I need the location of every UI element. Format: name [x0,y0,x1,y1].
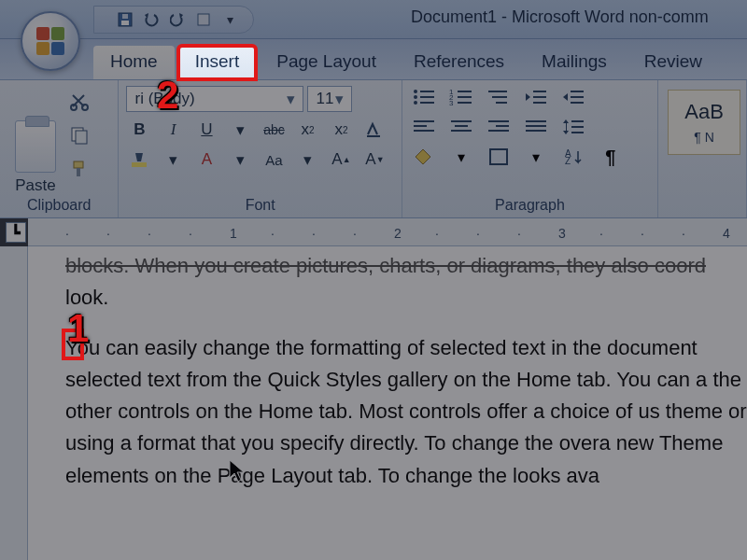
shading-dropdown-icon[interactable]: ▾ [447,146,475,168]
office-button[interactable] [21,11,86,77]
horizontal-ruler[interactable]: ····1···2···3···4 [28,218,747,246]
document-page[interactable]: blocks. When you create pictures, charts… [28,246,747,560]
align-right-icon[interactable] [485,116,513,138]
superscript-button[interactable]: x2 [328,118,354,142]
copy-icon[interactable] [69,125,92,146]
quick-access-toolbar: ▾ [93,6,254,34]
numbering-icon[interactable]: 123 [447,86,475,108]
svg-rect-34 [414,125,427,127]
align-left-icon[interactable] [410,116,438,138]
svg-point-16 [414,101,417,105]
ruler-tick: · [599,224,603,241]
align-center-icon[interactable] [447,116,475,138]
font-name-combo[interactable]: ri (Body) ▾ [126,86,303,112]
group-font: ri (Body) ▾ 11 ▾ B I U ▾ abc x2 x2 [119,80,402,217]
sort-icon[interactable]: AZ [559,146,587,168]
style-normal[interactable]: AaB ¶ N [668,90,740,155]
svg-rect-44 [526,130,546,132]
svg-rect-39 [488,120,509,122]
svg-rect-45 [566,123,567,131]
svg-rect-31 [571,96,584,98]
svg-rect-43 [526,125,546,127]
format-painter-icon[interactable] [69,159,92,179]
ribbon-tabs: Home Insert Page Layout References Maili… [0,39,747,80]
svg-rect-21 [458,96,472,98]
shrink-font-button[interactable]: A▼ [361,147,388,172]
subscript-button[interactable]: x2 [294,118,320,142]
tab-insert[interactable]: Insert [178,46,257,79]
font-name-value: ri (Body) [134,90,194,108]
increase-indent-icon[interactable] [559,86,587,108]
borders-icon[interactable] [485,146,513,168]
svg-rect-48 [571,132,584,133]
highlight-button[interactable] [126,147,152,172]
multilevel-list-icon[interactable] [485,86,513,108]
svg-point-12 [414,90,417,93]
bullets-icon[interactable] [410,86,438,108]
paragraph-1-lead: blocks. When you create pictures, charts… [65,254,706,277]
borders-dropdown-icon[interactable]: ▾ [522,146,550,168]
font-size-combo[interactable]: 11 ▾ [307,86,352,112]
ruler-tick: · [148,224,151,241]
svg-rect-46 [571,120,584,122]
group-label-paragraph: Paragraph [410,195,650,216]
highlight-dropdown-icon[interactable]: ▾ [160,147,186,172]
window-title: Document1 - Microsoft Word non-comm [411,7,709,27]
ruler-tick: · [312,224,316,241]
svg-rect-2 [122,14,128,19]
redo-icon[interactable] [169,11,186,28]
ruler-tick: 4 [723,224,730,241]
tab-references[interactable]: References [397,46,521,79]
svg-rect-3 [198,14,209,25]
print-preview-icon[interactable] [195,11,212,28]
customize-qat-icon[interactable]: ▾ [221,11,238,28]
svg-rect-36 [451,120,472,122]
strikethrough-button[interactable]: abc [261,118,287,142]
save-icon[interactable] [117,11,134,28]
change-case-aa-button[interactable]: Aa [261,147,287,172]
justify-icon[interactable] [522,116,550,138]
vertical-ruler[interactable] [0,246,28,560]
tab-page-layout[interactable]: Page Layout [260,46,393,79]
svg-rect-25 [492,96,507,98]
line-spacing-icon[interactable] [559,116,587,138]
italic-button[interactable]: I [160,118,186,142]
ruler-tick: · [353,224,357,241]
ruler-tick: 2 [394,224,402,241]
svg-rect-33 [414,120,434,122]
svg-point-5 [82,105,88,110]
tab-review[interactable]: Review [627,46,719,79]
ruler-tick: · [682,224,685,241]
decrease-indent-icon[interactable] [522,86,550,108]
group-styles: AaB ¶ N [658,80,747,217]
svg-rect-23 [458,102,472,104]
shading-icon[interactable] [410,146,438,168]
tab-stop-selector[interactable]: ┗ [6,222,26,243]
document-area: blocks. When you create pictures, charts… [0,246,747,560]
grow-font-button[interactable]: A▲ [328,147,354,172]
group-label-font: Font [126,195,393,216]
tab-home[interactable]: Home [93,46,175,79]
change-case-dropdown-icon[interactable]: ▾ [294,147,320,172]
font-color-dropdown-icon[interactable]: ▾ [227,147,253,172]
undo-icon[interactable] [143,11,160,28]
cut-icon[interactable] [69,91,92,112]
underline-button[interactable]: U [193,118,219,142]
svg-rect-10 [367,135,380,137]
show-hide-icon[interactable]: ¶ [597,146,625,168]
tab-mailings[interactable]: Mailings [525,46,624,79]
change-case-button[interactable] [361,118,388,142]
paste-button[interactable]: Paste [7,86,63,195]
font-color-button[interactable]: A [193,147,219,172]
paragraph-1: blocks. When you create pictures, charts… [65,250,747,314]
svg-rect-1 [121,21,129,25]
underline-dropdown-icon[interactable]: ▾ [227,118,253,142]
svg-rect-40 [496,125,509,127]
svg-rect-9 [77,168,80,176]
office-logo-icon [21,11,80,71]
bold-button[interactable]: B [126,118,152,142]
svg-rect-37 [455,125,468,127]
svg-rect-49 [490,149,507,164]
font-size-value: 11 [316,90,333,108]
ruler-tick: · [189,224,192,241]
